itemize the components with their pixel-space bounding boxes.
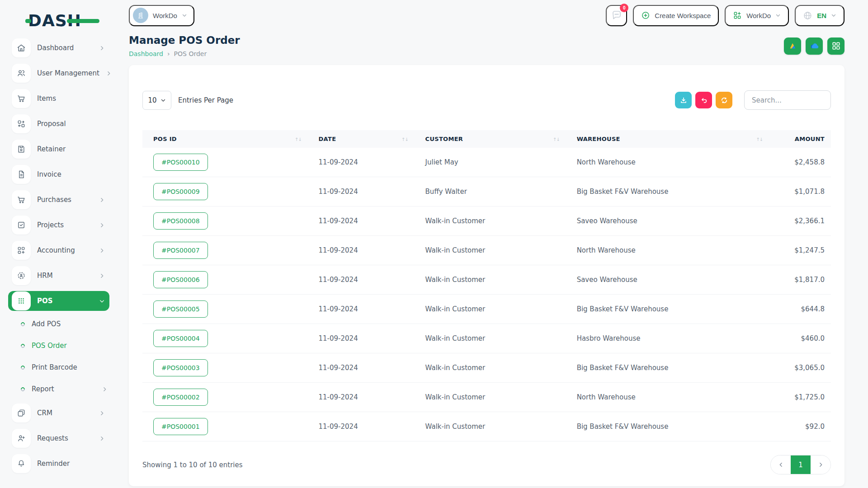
export-button[interactable] xyxy=(675,92,692,108)
globe-icon xyxy=(803,11,812,20)
workdo-modules-button[interactable]: WorkDo xyxy=(725,5,789,26)
pos-id-badge[interactable]: #POS00001 xyxy=(153,418,208,435)
entries-per-page-label: Entries Per Page xyxy=(178,96,233,104)
messages-badge: 0 xyxy=(620,4,628,12)
order-customer: Juliet May xyxy=(415,148,566,177)
order-customer: Walk-in Customer xyxy=(415,412,566,441)
order-amount: $1,247.5 xyxy=(769,236,831,265)
app-logo[interactable]: DASH xyxy=(28,7,109,33)
page-title: Manage POS Order xyxy=(129,34,240,46)
sort-icon: ↑↓ xyxy=(553,136,560,142)
column-header-date[interactable]: DATE↑↓ xyxy=(308,130,415,148)
column-header-warehouse[interactable]: WAREHOUSE↑↓ xyxy=(566,130,769,148)
sidebar-item-pos[interactable]: POS xyxy=(8,291,109,311)
column-header-amount[interactable]: AMOUNT xyxy=(769,130,831,148)
page-head: Manage POS Order Dashboard › POS Order xyxy=(129,34,844,57)
previous-page-button[interactable] xyxy=(771,455,791,474)
chevron-down-icon xyxy=(775,13,781,18)
pos-id-badge[interactable]: #POS00010 xyxy=(153,154,208,171)
sidebar-item-invoice[interactable]: Invoice xyxy=(8,164,109,184)
sidebar-subitem-label: POS Order xyxy=(32,342,109,350)
language-selector[interactable]: EN xyxy=(795,5,844,26)
order-customer: Walk-in Customer xyxy=(415,236,566,265)
onedrive-button[interactable] xyxy=(806,38,823,55)
app-window: DASH Dashboard User Management Items Pro… xyxy=(0,0,868,488)
sidebar-item-label: Retainer xyxy=(37,145,105,153)
language-code: EN xyxy=(817,12,826,19)
order-date: 11-09-2024 xyxy=(308,236,415,265)
sidebar-item-reminder[interactable]: Reminder xyxy=(8,454,109,474)
next-page-button[interactable] xyxy=(811,455,830,474)
sidebar-item-dashboard[interactable]: Dashboard xyxy=(8,38,109,58)
column-header-pos-id[interactable]: POS ID↑↓ xyxy=(142,130,308,148)
order-date: 11-09-2024 xyxy=(308,206,415,236)
grid-view-button[interactable] xyxy=(827,38,844,55)
chevron-right-icon xyxy=(99,273,105,279)
sidebar-item-proposal[interactable]: Proposal xyxy=(8,114,109,134)
invoice-icon xyxy=(12,165,31,184)
sidebar-subitem-report[interactable]: Report xyxy=(8,381,109,397)
refresh-button[interactable] xyxy=(716,92,732,108)
order-date: 11-09-2024 xyxy=(308,353,415,383)
user-plus-icon xyxy=(12,429,31,448)
sort-icon: ↑↓ xyxy=(295,136,302,142)
chevron-right-icon xyxy=(102,386,108,392)
pos-id-badge[interactable]: #POS00008 xyxy=(153,212,208,230)
entries-per-page-select[interactable]: 10 xyxy=(142,91,171,110)
crm-icon xyxy=(12,404,31,422)
pos-id-badge[interactable]: #POS00003 xyxy=(153,359,208,376)
pos-id-badge[interactable]: #POS00005 xyxy=(153,300,208,318)
sidebar-subitem-add-pos[interactable]: Add POS xyxy=(8,316,109,332)
create-workspace-button[interactable]: Create Workspace xyxy=(633,5,719,26)
sidebar-subitem-print-barcode[interactable]: Print Barcode xyxy=(8,360,109,375)
onedrive-icon xyxy=(810,43,819,49)
pos-id-badge[interactable]: #POS00004 xyxy=(153,330,208,347)
breadcrumb-current: POS Order xyxy=(174,50,207,57)
main-area: WorkDo 0 Create Workspace WorkDo xyxy=(117,0,868,488)
logo-bar xyxy=(67,19,99,23)
pos-id-badge[interactable]: #POS00009 xyxy=(153,183,208,200)
google-drive-button[interactable] xyxy=(784,38,801,55)
order-warehouse: Saveo Warehouse xyxy=(566,265,769,295)
sidebar-subitem-label: Print Barcode xyxy=(32,363,109,371)
order-customer: Walk-in Customer xyxy=(415,324,566,353)
sidebar-item-retainer[interactable]: Retainer xyxy=(8,139,109,159)
pos-id-badge[interactable]: #POS00002 xyxy=(153,389,208,406)
workdo-menu-label: WorkDo xyxy=(746,12,771,19)
workspace-label: WorkDo xyxy=(153,12,177,19)
sidebar-item-crm[interactable]: CRM xyxy=(8,403,109,423)
refresh-icon xyxy=(721,97,728,104)
sidebar-item-items[interactable]: Items xyxy=(8,89,109,108)
sidebar-subitem-pos-order[interactable]: POS Order xyxy=(8,338,109,353)
messages-button[interactable]: 0 xyxy=(606,5,627,26)
search-input[interactable] xyxy=(744,90,831,110)
logo-dot xyxy=(25,19,31,23)
pos-order-card: 10 Entries Per Page xyxy=(129,65,844,486)
current-page[interactable]: 1 xyxy=(791,455,811,474)
table-row: #POS00010 11-09-2024 Juliet May North Wa… xyxy=(142,148,831,177)
workspace-switcher[interactable]: WorkDo xyxy=(129,5,194,26)
bell-icon xyxy=(12,454,31,473)
pos-id-badge[interactable]: #POS00006 xyxy=(153,271,208,288)
table-controls: 10 Entries Per Page xyxy=(142,90,831,110)
sort-icon: ↑↓ xyxy=(756,136,763,142)
sidebar-item-hrm[interactable]: HRM xyxy=(8,266,109,286)
sidebar-item-user-management[interactable]: User Management xyxy=(8,63,109,83)
sidebar-item-label: POS xyxy=(37,297,93,305)
table-row: #POS00007 11-09-2024 Walk-in Customer No… xyxy=(142,236,831,265)
sidebar-item-projects[interactable]: Projects xyxy=(8,215,109,235)
sidebar-item-requests[interactable]: Requests xyxy=(8,428,109,448)
sidebar-item-accounting[interactable]: Accounting xyxy=(8,240,109,260)
breadcrumb-dashboard-link[interactable]: Dashboard xyxy=(129,50,163,57)
chevron-right-icon xyxy=(99,197,105,203)
order-warehouse: North Warehouse xyxy=(566,148,769,177)
pos-id-badge[interactable]: #POS00007 xyxy=(153,242,208,259)
sidebar-item-purchases[interactable]: Purchases xyxy=(8,190,109,210)
sidebar-item-label: HRM xyxy=(37,272,93,280)
bullet-icon xyxy=(20,343,26,349)
undo-button[interactable] xyxy=(695,92,712,108)
sidebar-subitem-label: Report xyxy=(32,385,95,393)
download-icon xyxy=(680,97,687,104)
column-header-customer[interactable]: CUSTOMER↑↓ xyxy=(415,130,566,148)
order-warehouse: North Warehouse xyxy=(566,383,769,412)
